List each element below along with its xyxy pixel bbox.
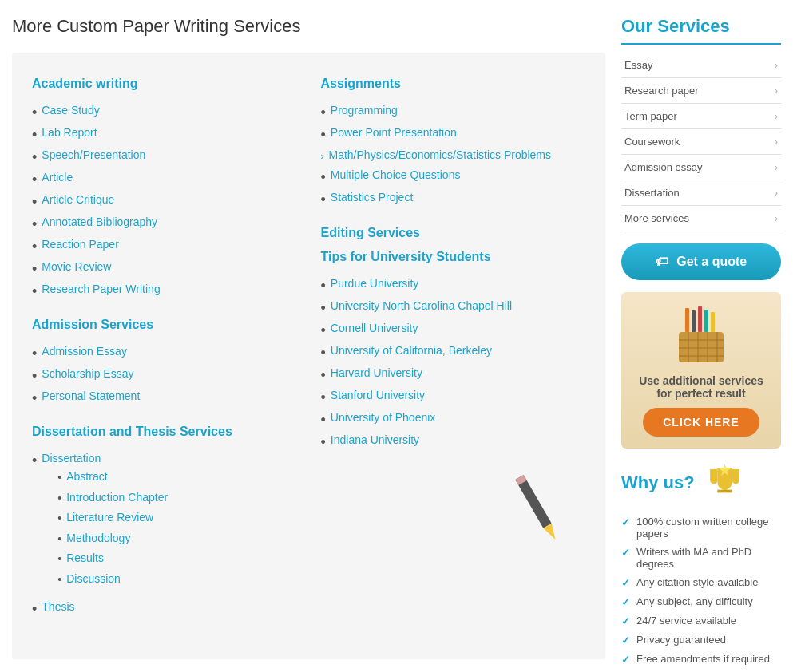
math-problems-link[interactable]: Math/Physics/Economics/Statistics Proble… xyxy=(329,148,552,161)
article-critique-link[interactable]: Article Critique xyxy=(42,193,114,206)
stanford-link[interactable]: Stanford University xyxy=(331,389,425,401)
admission-essay-link[interactable]: Admission Essay xyxy=(42,345,127,358)
sidebar-dissertation-link[interactable]: Dissertation › xyxy=(621,180,781,205)
stats-project-link[interactable]: Statistics Project xyxy=(331,191,413,204)
cornell-link[interactable]: Cornell University xyxy=(331,322,418,334)
multiple-choice-link[interactable]: Multiple Choice Questions xyxy=(331,168,461,181)
why-us-item: ✓Any subject, any difficulty xyxy=(621,592,781,611)
dissertation-section: Dissertation and Thesis Services • Disse… xyxy=(32,425,297,619)
why-us-item: ✓Free amendments if required xyxy=(621,650,781,669)
pencil-icon xyxy=(506,468,569,548)
why-us-title: Why us? xyxy=(621,472,695,493)
svg-rect-5 xyxy=(698,306,702,332)
scholarship-essay-link[interactable]: Scholarship Essay xyxy=(42,367,133,380)
checkmark-icon: ✓ xyxy=(621,615,630,627)
discussion-link[interactable]: Discussion xyxy=(66,572,121,585)
lab-report-link[interactable]: Lab Report xyxy=(42,126,97,139)
intro-chapter-link[interactable]: Introduction Chapter xyxy=(66,491,168,504)
thesis-link[interactable]: Thesis xyxy=(42,600,74,613)
sidebar: Our Services Essay › Research paper › Te… xyxy=(621,16,781,672)
admission-services-title: Admission Services xyxy=(32,318,297,332)
why-us-item: ✓Any citation style available xyxy=(621,573,781,592)
sidebar-research-label: Research paper xyxy=(624,85,699,97)
dissertation-sub-list: •Abstract •Introduction Chapter •Literat… xyxy=(42,468,168,591)
sidebar-coursework-label: Coursework xyxy=(624,136,680,148)
article-link[interactable]: Article xyxy=(42,171,73,184)
unc-link[interactable]: University North Carolina Chapel Hill xyxy=(331,299,512,312)
harvard-link[interactable]: Harvard University xyxy=(331,366,422,379)
reaction-paper-link[interactable]: Reaction Paper xyxy=(42,238,119,251)
chevron-icon: › xyxy=(775,136,778,148)
list-item: •Movie Review xyxy=(32,257,297,279)
list-item: •Personal Statement xyxy=(32,386,297,409)
trophy-icon xyxy=(703,461,747,504)
why-us-item: ✓Satisfaction guarantee xyxy=(621,669,781,672)
get-quote-label: Get a quote xyxy=(676,255,747,268)
checkmark-icon: ✓ xyxy=(621,634,630,646)
purdue-link[interactable]: Purdue University xyxy=(331,277,419,290)
svg-rect-7 xyxy=(711,312,715,332)
sidebar-term-link[interactable]: Term paper › xyxy=(621,104,781,128)
sidebar-essay-label: Essay xyxy=(624,59,652,71)
assignments-list: •Programming •Power Point Presentation ›… xyxy=(321,101,586,210)
sidebar-menu-item: Admission essay › xyxy=(621,155,781,180)
personal-statement-link[interactable]: Personal Statement xyxy=(42,389,140,402)
sub-list-item: •Methodology xyxy=(57,529,168,550)
svg-rect-3 xyxy=(685,308,689,332)
list-item: •Case Study xyxy=(32,101,297,123)
why-us-item: ✓24/7 service available xyxy=(621,611,781,630)
tips-title: Tips for University Students xyxy=(321,250,586,264)
programming-link[interactable]: Programming xyxy=(331,104,398,117)
academic-writing-list: •Case Study •Lab Report •Speech/Presenta… xyxy=(32,101,297,302)
list-item: •Lab Report xyxy=(32,123,297,145)
checkmark-icon: ✓ xyxy=(621,654,630,666)
results-link[interactable]: Results xyxy=(66,551,104,564)
sub-list-item: •Introduction Chapter xyxy=(57,488,168,509)
list-item: • Dissertation •Abstract •Introduction C… xyxy=(32,449,297,597)
movie-review-link[interactable]: Movie Review xyxy=(42,260,111,273)
list-item: •University North Carolina Chapel Hill xyxy=(321,296,586,318)
checkmark-icon: ✓ xyxy=(621,596,630,608)
editing-section: Editing Services xyxy=(321,226,586,240)
why-us-item: ✓100% custom written college papers xyxy=(621,512,781,543)
assignments-section: Assignments •Programming •Power Point Pr… xyxy=(321,77,586,210)
sidebar-research-link[interactable]: Research paper › xyxy=(621,78,781,103)
powerpoint-link[interactable]: Power Point Presentation xyxy=(331,126,457,139)
sidebar-more-services-link[interactable]: More services › xyxy=(621,206,781,231)
phoenix-link[interactable]: University of Phoenix xyxy=(331,411,436,424)
list-item: •Purdue University xyxy=(321,274,586,296)
annotated-bib-link[interactable]: Annotated Bibliography xyxy=(42,215,157,228)
lit-review-link[interactable]: Literature Review xyxy=(66,511,153,524)
research-writing-link[interactable]: Research Paper Writing xyxy=(42,283,160,295)
sidebar-coursework-link[interactable]: Coursework › xyxy=(621,129,781,154)
dissertation-title: Dissertation and Thesis Services xyxy=(32,425,297,439)
methodology-link[interactable]: Methodology xyxy=(66,532,130,544)
svg-rect-17 xyxy=(717,490,732,493)
get-quote-button[interactable]: 🏷 Get a quote xyxy=(621,243,781,280)
sidebar-admission-link[interactable]: Admission essay › xyxy=(621,155,781,180)
page-title: More Custom Paper Writing Services xyxy=(12,16,605,37)
why-us-item: ✓Writers with MA and PhD degrees xyxy=(621,543,781,573)
main-content: More Custom Paper Writing Services Acade… xyxy=(12,16,605,672)
why-us-item: ✓Privacy guaranteed xyxy=(621,630,781,650)
ucb-link[interactable]: University of California, Berkeley xyxy=(331,344,492,357)
sidebar-menu-item: Coursework › xyxy=(621,129,781,155)
list-item: •Article xyxy=(32,168,297,190)
checkmark-icon: ✓ xyxy=(621,577,630,589)
sidebar-menu-item: Dissertation › xyxy=(621,180,781,206)
sidebar-essay-link[interactable]: Essay › xyxy=(621,53,781,77)
speech-link[interactable]: Speech/Presentation xyxy=(42,148,145,161)
indiana-link[interactable]: Indiana University xyxy=(331,433,419,446)
pencil-decoration xyxy=(321,468,586,551)
list-item: •University of California, Berkeley xyxy=(321,341,586,363)
list-item: •Power Point Presentation xyxy=(321,123,586,145)
case-study-link[interactable]: Case Study xyxy=(42,104,99,117)
list-item: •Cornell University xyxy=(321,318,586,341)
svg-rect-16 xyxy=(722,483,727,490)
svg-rect-6 xyxy=(704,310,708,332)
why-us-list: ✓100% custom written college papers ✓Wri… xyxy=(621,512,781,672)
click-here-button[interactable]: CLICK HERE xyxy=(643,408,759,437)
abstract-link[interactable]: Abstract xyxy=(66,470,107,483)
editing-title: Editing Services xyxy=(321,226,586,240)
dissertation-link[interactable]: Dissertation xyxy=(42,452,101,464)
